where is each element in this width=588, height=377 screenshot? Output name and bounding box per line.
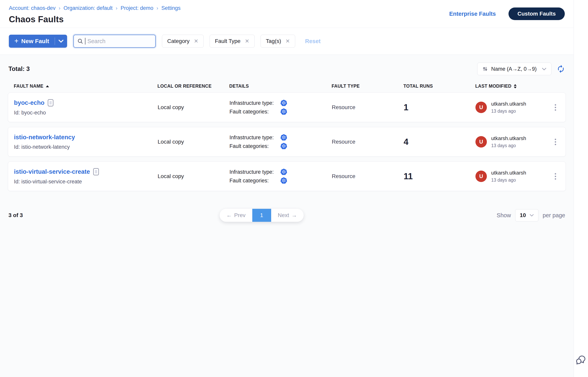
new-fault-dropdown-button[interactable] (55, 40, 67, 43)
header-left: Account: chaos-dev › Organization: defau… (9, 5, 181, 28)
pagination-summary: 3 of 3 (9, 212, 245, 218)
search-input[interactable] (87, 38, 152, 45)
infrastructure-type-label: Infrastructure type: (229, 135, 280, 141)
last-modified-cell: U utkarsh.utkarsh 13 days ago (475, 170, 551, 183)
filter-chip-label: Tag(s) (266, 38, 281, 44)
pager: ← Prev 1 Next → (220, 209, 304, 222)
row-menu-button[interactable] (551, 103, 560, 112)
fault-categories-label: Fault categories: (229, 109, 280, 115)
chat-icon[interactable] (576, 354, 587, 366)
modified-time: 13 days ago (491, 108, 526, 114)
main-content: Total: 3 Name (A→Z, 0→9) (0, 55, 574, 377)
fault-name-link[interactable]: byoc-echo (14, 99, 45, 106)
local-or-reference-cell: Local copy (158, 173, 229, 179)
fault-name-link[interactable]: istio-network-latency (14, 134, 75, 141)
prev-page-button[interactable]: ← Prev (220, 209, 252, 222)
total-runs-cell: 1 (404, 102, 475, 112)
page-number-button[interactable]: 1 (252, 209, 271, 222)
fault-name-cell: byoc-echo Id: byoc-echo (14, 99, 158, 116)
kubernetes-icon (280, 168, 287, 176)
modified-by-user: utkarsh.utkarsh (491, 135, 526, 141)
breadcrumb-organization[interactable]: Organization: default (64, 5, 113, 11)
avatar: U (475, 171, 487, 182)
row-menu-button[interactable] (551, 172, 560, 181)
table-header-row: FAULT NAME LOCAL OR REFERENCE DETAILS FA… (8, 83, 566, 93)
column-label: LAST MODIFIED (475, 83, 511, 89)
column-header-total-runs: TOTAL RUNS (403, 83, 475, 89)
filter-chips: Category ✕ Fault Type ✕ Tag(s) ✕ (162, 35, 295, 48)
search-box[interactable] (73, 35, 156, 48)
per-page-label: per page (543, 212, 565, 219)
fault-type-cell: Resource (332, 139, 404, 145)
search-icon (77, 38, 83, 45)
fault-id: Id: istio-network-latency (14, 144, 158, 150)
column-header-local-or-reference: LOCAL OR REFERENCE (158, 83, 229, 89)
details-cell: Infrastructure type: (229, 99, 332, 115)
toolbar: + New Fault Category ✕ (0, 28, 574, 55)
fault-categories-label: Fault categories: (229, 143, 280, 149)
column-label: FAULT NAME (14, 83, 44, 89)
kubernetes-icon (280, 177, 287, 184)
table-row[interactable]: byoc-echo Id: byoc-echo Local copy Infra… (8, 93, 566, 122)
modified-time: 13 days ago (491, 143, 526, 148)
column-header-fault-name[interactable]: FAULT NAME (14, 83, 158, 89)
filter-chip-label: Category (167, 38, 190, 44)
filter-chip-category[interactable]: Category ✕ (162, 35, 204, 48)
next-arrow-icon: → (292, 212, 297, 218)
column-label: DETAILS (229, 83, 249, 89)
breadcrumb-separator-icon: › (59, 5, 60, 11)
last-modified-cell: U utkarsh.utkarsh 13 days ago (475, 101, 551, 114)
avatar: U (475, 102, 487, 113)
fault-name-cell: istio-network-latency Id: istio-network-… (14, 134, 158, 150)
filter-chip-label: Fault Type (215, 38, 240, 44)
prev-arrow-icon: ← (226, 212, 232, 218)
fault-type-cell: Resource (332, 173, 404, 179)
details-cell: Infrastructure type: (229, 134, 332, 150)
remove-filter-icon[interactable]: ✕ (285, 38, 290, 44)
page-size-value: 10 (520, 212, 526, 218)
manifest-icon (48, 99, 54, 106)
fault-name-cell: istio-virtual-service-create Id: istio-v… (14, 168, 158, 185)
plus-icon: + (14, 37, 19, 45)
column-label: LOCAL OR REFERENCE (158, 83, 212, 89)
sort-dropdown[interactable]: Name (A→Z, 0→9) (477, 63, 551, 75)
breadcrumb-project[interactable]: Project: demo (121, 5, 154, 11)
new-fault-split-button: + New Fault (9, 35, 67, 48)
breadcrumb-separator-icon: › (116, 5, 117, 11)
custom-faults-button[interactable]: Custom Faults (509, 8, 565, 20)
column-header-last-modified[interactable]: LAST MODIFIED (475, 83, 551, 89)
prev-label: Prev (234, 212, 246, 218)
table-row[interactable]: istio-network-latency Id: istio-network-… (8, 127, 566, 157)
next-label: Next (278, 212, 289, 218)
right-gutter (574, 0, 588, 377)
next-page-button[interactable]: Next → (271, 209, 304, 222)
table-row[interactable]: istio-virtual-service-create Id: istio-v… (8, 162, 566, 191)
enterprise-faults-link[interactable]: Enterprise Faults (449, 11, 496, 17)
chevron-down-icon (530, 214, 534, 217)
page-size-select[interactable]: 10 (515, 209, 538, 221)
modified-by-user: utkarsh.utkarsh (491, 170, 526, 176)
local-or-reference-cell: Local copy (158, 139, 229, 145)
refresh-icon[interactable] (556, 65, 565, 73)
fault-name-link[interactable]: istio-virtual-service-create (14, 168, 90, 175)
column-label: TOTAL RUNS (403, 83, 433, 89)
sort-both-icon (514, 84, 517, 88)
sort-ascending-icon (46, 85, 49, 87)
fault-list: byoc-echo Id: byoc-echo Local copy Infra… (8, 93, 566, 191)
row-menu-button[interactable] (551, 137, 560, 147)
breadcrumb-settings[interactable]: Settings (161, 5, 181, 11)
new-fault-button[interactable]: + New Fault (9, 38, 55, 45)
sort-label: Name (A→Z, 0→9) (491, 66, 537, 72)
filter-chip-fault-type[interactable]: Fault Type ✕ (210, 35, 255, 48)
infrastructure-type-label: Infrastructure type: (229, 100, 280, 106)
breadcrumb: Account: chaos-dev › Organization: defau… (9, 5, 181, 11)
reset-filters-button[interactable]: Reset (305, 38, 321, 45)
filter-chip-tags[interactable]: Tag(s) ✕ (260, 35, 295, 48)
remove-filter-icon[interactable]: ✕ (245, 38, 249, 44)
fault-id: Id: istio-virtual-service-create (14, 179, 158, 185)
kubernetes-icon (280, 143, 287, 150)
details-cell: Infrastructure type: (229, 168, 332, 184)
breadcrumb-account[interactable]: Account: chaos-dev (9, 5, 56, 11)
remove-filter-icon[interactable]: ✕ (194, 38, 198, 44)
sort-arrows-icon (482, 66, 488, 72)
